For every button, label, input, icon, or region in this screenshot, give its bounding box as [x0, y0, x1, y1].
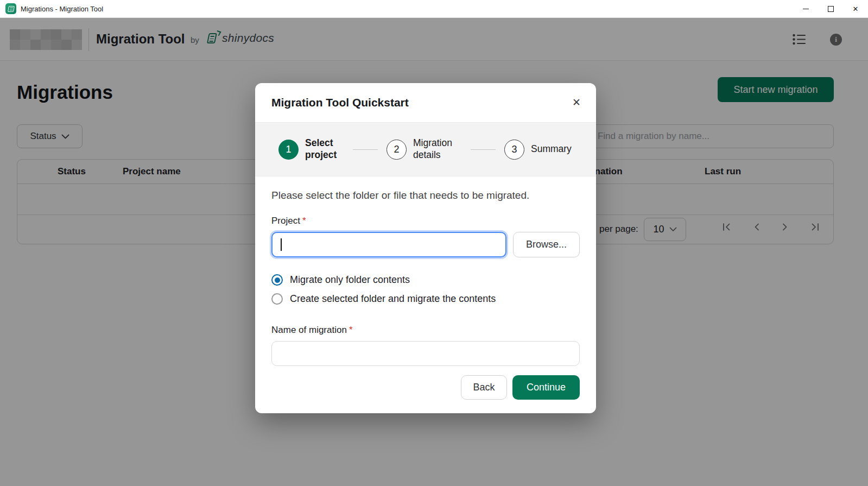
continue-button[interactable]: Continue: [512, 375, 580, 400]
step-1-label: Select project: [305, 137, 344, 161]
step-3-circle: 3: [504, 140, 524, 160]
maximize-window-icon[interactable]: [818, 0, 843, 17]
step-select-project: 1 Select project: [278, 137, 344, 161]
modal-title: Migration Tool Quickstart: [271, 96, 409, 109]
required-asterisk: *: [349, 325, 353, 335]
step-summary: 3 Summary: [504, 140, 572, 160]
radio-option-folder-contents[interactable]: Migrate only folder contents: [271, 270, 580, 289]
window-title: Migrations - Migration Tool: [21, 5, 103, 13]
radio-selected-icon[interactable]: [271, 274, 283, 286]
required-asterisk: *: [302, 216, 306, 226]
step-3-label: Summary: [531, 143, 572, 155]
app-logo-icon: [5, 3, 16, 14]
radio-option-create-folder[interactable]: Create selected folder and migrate the c…: [271, 289, 580, 308]
step-connector: [353, 149, 378, 150]
close-window-icon[interactable]: ✕: [843, 0, 868, 17]
step-2-label: Migration details: [413, 137, 462, 161]
project-field-label: Project*: [271, 216, 580, 226]
modal-footer: Back Continue: [461, 375, 580, 400]
modal-body: Please select the folder or file that ne…: [255, 176, 596, 366]
minimize-window-icon[interactable]: [793, 0, 818, 17]
step-1-circle: 1: [278, 140, 299, 160]
migration-mode-radio-group: Migrate only folder contents Create sele…: [271, 270, 580, 308]
modal-header: Migration Tool Quickstart ✕: [255, 83, 596, 122]
radio-unselected-icon[interactable]: [271, 293, 283, 305]
quickstart-modal: Migration Tool Quickstart ✕ 1 Select pro…: [255, 83, 596, 413]
migration-name-input[interactable]: [271, 341, 580, 366]
close-icon[interactable]: ✕: [572, 96, 581, 109]
step-migration-details: 2 Migration details: [387, 137, 462, 161]
step-2-circle: 2: [387, 140, 407, 160]
back-button[interactable]: Back: [461, 375, 507, 400]
browse-button[interactable]: Browse...: [513, 232, 580, 257]
migration-name-field-label: Name of migration*: [271, 325, 580, 336]
text-caret: [281, 238, 282, 251]
window-controls: ✕: [793, 0, 868, 17]
titlebar: Migrations - Migration Tool ✕: [0, 0, 868, 18]
app-window: Migrations - Migration Tool ✕ Migration …: [0, 0, 868, 486]
wizard-stepper: 1 Select project 2 Migration details 3 S…: [255, 122, 596, 176]
project-input[interactable]: [271, 232, 506, 257]
modal-description: Please select the folder or file that ne…: [271, 190, 580, 201]
step-connector: [471, 149, 496, 150]
